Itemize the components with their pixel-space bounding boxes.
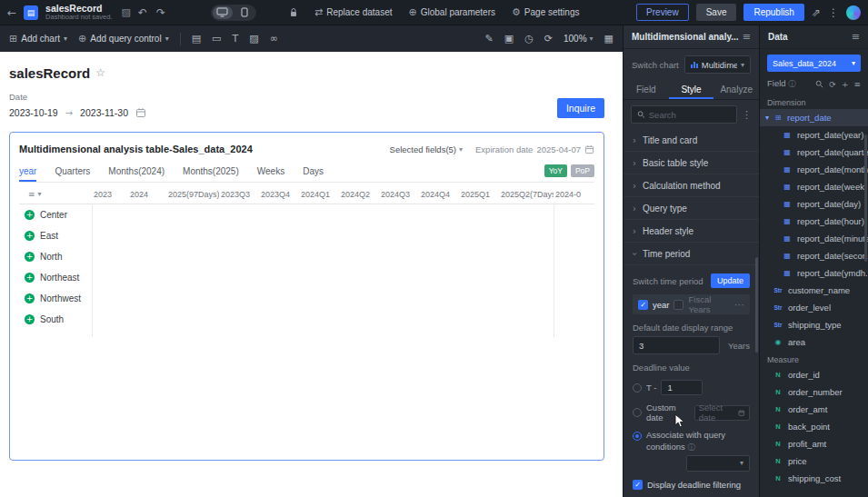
component-panel-icon[interactable]: ▣: [504, 33, 514, 45]
link-icon[interactable]: ∞: [270, 33, 278, 45]
scrollbar-thumb[interactable]: [755, 257, 758, 353]
field-item[interactable]: Str order_level: [760, 299, 868, 316]
field-item[interactable]: ▦ report_date(year): [760, 126, 868, 144]
field-item[interactable]: ▦ report_date(week): [760, 178, 868, 195]
style-section-collapsed[interactable]: › Header style: [624, 220, 759, 243]
mobile-view-button[interactable]: [234, 6, 254, 19]
global-parameters-button[interactable]: ⊕ Global parameters: [408, 6, 494, 18]
column-header[interactable]: 2023Q3: [219, 190, 259, 199]
add-chart-button[interactable]: ⊞ Add chart ▾: [9, 33, 67, 45]
fiscal-years-checkbox[interactable]: [673, 300, 683, 310]
table-row[interactable]: + Center: [19, 204, 594, 225]
save-button[interactable]: Save: [696, 4, 737, 21]
column-header[interactable]: 2023: [92, 190, 128, 199]
replace-dataset-button[interactable]: ⇄ Replace dataset: [314, 6, 393, 18]
column-header[interactable]: 2025(97Days): [166, 190, 219, 199]
column-header[interactable]: 2024Q3: [379, 190, 419, 199]
share-icon[interactable]: ⇗: [812, 7, 821, 18]
collapse-panel-icon[interactable]: ≡: [852, 31, 860, 43]
field-item[interactable]: Str shipping_type: [760, 316, 868, 333]
desktop-view-button[interactable]: [213, 6, 233, 19]
time-period-tab[interactable]: Days: [303, 162, 324, 182]
table-row[interactable]: + East: [19, 225, 594, 246]
time-period-tab[interactable]: Weeks: [257, 162, 284, 182]
grid-layout-icon[interactable]: ▦: [604, 33, 614, 45]
field-item[interactable]: ▦ report_date(month): [760, 161, 868, 178]
time-period-tab[interactable]: year: [19, 162, 36, 182]
yoy-toggle[interactable]: YoY: [544, 164, 567, 177]
column-header[interactable]: 2024: [128, 190, 166, 199]
text-icon[interactable]: T: [232, 33, 238, 45]
field-item[interactable]: ▦ report_date(secon...: [760, 247, 868, 264]
expand-plus-icon[interactable]: +: [25, 314, 35, 324]
column-header[interactable]: 2024Q4: [419, 190, 459, 199]
style-section-collapsed[interactable]: › Query type: [624, 197, 759, 220]
redo-icon[interactable]: ↷: [156, 6, 165, 19]
more-options-icon[interactable]: ⋯: [734, 299, 744, 311]
info-icon[interactable]: ⓘ: [687, 442, 695, 452]
associate-query-radio[interactable]: [633, 432, 642, 441]
add-query-control-button[interactable]: ⊕ Add query control ▾: [78, 33, 169, 45]
field-item[interactable]: ▦ report_date(hour): [760, 213, 868, 230]
style-section-collapsed[interactable]: › Basic table style: [624, 152, 759, 174]
time-period-tab[interactable]: Quarters: [55, 162, 90, 182]
history-icon[interactable]: ◷: [524, 33, 534, 45]
switch-chart-select[interactable]: Multidimen... ▾: [684, 55, 751, 74]
calendar-icon[interactable]: [584, 144, 594, 154]
pop-toggle[interactable]: PoP: [571, 164, 594, 177]
search-icon[interactable]: [815, 80, 823, 88]
expand-plus-icon[interactable]: +: [25, 210, 35, 220]
table-row[interactable]: + South: [19, 309, 594, 330]
update-button[interactable]: Update: [711, 273, 750, 288]
column-header[interactable]: 2023Q4: [259, 190, 299, 199]
style-section-collapsed[interactable]: › Title and card: [624, 129, 759, 152]
column-header[interactable]: 2024Q2: [339, 190, 379, 199]
field-item[interactable]: N order_number: [760, 383, 868, 401]
column-header[interactable]: 2025Q1: [459, 190, 499, 199]
field-menu-icon[interactable]: ≡: [853, 80, 861, 89]
custom-date-radio[interactable]: [633, 408, 642, 417]
table-row[interactable]: + Northeast: [19, 267, 594, 288]
table-row[interactable]: + North: [19, 246, 594, 267]
collapse-panel-icon[interactable]: ≡: [743, 31, 751, 43]
deadline-filter-checkbox[interactable]: ✓: [633, 480, 643, 490]
refresh-icon[interactable]: ⟳: [544, 33, 553, 45]
table-filter-cell[interactable]: ≡ ▾: [19, 190, 92, 199]
image-icon[interactable]: ▨: [249, 33, 258, 45]
republish-button[interactable]: Republish: [743, 4, 803, 21]
style-panel-tab[interactable]: Analyze: [713, 79, 759, 99]
favorite-star-icon[interactable]: ☆: [95, 66, 105, 79]
style-section-time-period[interactable]: › Time period: [624, 243, 759, 265]
style-search-box[interactable]: [631, 105, 737, 124]
dataset-select[interactable]: Sales_data_2024 ▾: [767, 55, 861, 72]
expand-plus-icon[interactable]: +: [25, 231, 35, 241]
field-item[interactable]: ▦ report_date(quarter): [760, 144, 868, 161]
style-panel-tab[interactable]: Field: [624, 79, 669, 99]
time-period-tab[interactable]: Months(2024): [108, 162, 165, 182]
add-field-icon[interactable]: +: [842, 80, 849, 89]
more-menu-icon[interactable]: ⋮: [828, 7, 839, 18]
tab-component-icon[interactable]: ▤: [192, 33, 201, 45]
page-settings-button[interactable]: ⚙ Page settings: [512, 6, 579, 18]
t-minus-radio[interactable]: [633, 383, 642, 393]
field-item[interactable]: N shipping_cost: [760, 470, 868, 487]
custom-date-input[interactable]: Select date: [694, 405, 750, 421]
style-panel-tab[interactable]: Style: [669, 79, 714, 99]
expand-plus-icon[interactable]: +: [25, 252, 35, 262]
year-checkbox[interactable]: ✓: [638, 300, 648, 310]
selected-fields-dropdown[interactable]: Selected fields(5) ▾: [390, 144, 463, 154]
field-report-date[interactable]: ▾ ⊞ report_date: [760, 109, 868, 126]
field-item[interactable]: ▦ report_date(minute): [760, 230, 868, 247]
analysis-table-card[interactable]: Multidimensional analysis table-Sales_da…: [9, 132, 604, 461]
inquire-button[interactable]: Inquire: [557, 98, 604, 118]
zoom-control[interactable]: 100% ▾: [564, 34, 594, 44]
back-icon[interactable]: ←: [7, 7, 16, 18]
style-section-collapsed[interactable]: › Calculation method: [624, 174, 759, 197]
field-item[interactable]: ▦ report_date(ymdh...: [760, 264, 868, 282]
preview-button[interactable]: Preview: [636, 4, 689, 21]
column-header[interactable]: 2024Q1: [299, 190, 339, 199]
expand-plus-icon[interactable]: +: [25, 293, 35, 303]
refresh-icon[interactable]: ⟳: [829, 80, 836, 89]
more-options-icon[interactable]: ⋮: [742, 109, 752, 121]
style-search-input[interactable]: [649, 110, 731, 120]
